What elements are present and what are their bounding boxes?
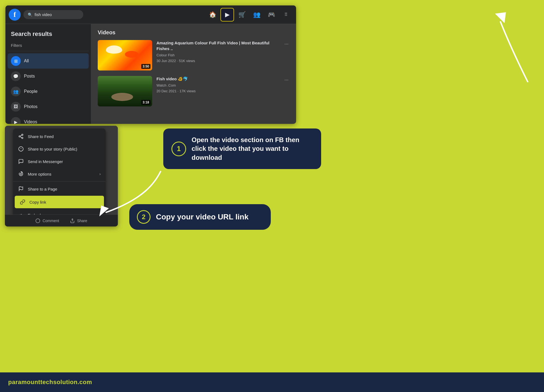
search-text: fish video — [35, 12, 52, 17]
share-feed-icon — [18, 133, 24, 139]
footer-website: paramounttechsolution.com — [8, 379, 92, 386]
sidebar-divider — [8, 51, 89, 51]
search-icon: 🔍 — [28, 13, 32, 17]
filter-posts-label: Posts — [24, 74, 35, 79]
fb-main-content: Search results Filters ⊞ All 💬 Posts 👥 P… — [5, 24, 296, 124]
video-date-views-2: 20 Dec 2021 · 17K views — [156, 88, 279, 94]
video-duration-2: 3:18 — [141, 100, 150, 105]
step-2-number: 2 — [142, 213, 145, 221]
instruction-box-1: 1 Open the video section on FB then clic… — [163, 128, 321, 169]
fb-nav-icons: 🏠 ▶ 🛒 👥 🎮 ⠿ — [206, 8, 293, 22]
copy-link-icon — [20, 199, 26, 205]
search-results-title: Search results — [8, 28, 89, 40]
svg-point-9 — [20, 173, 22, 175]
video-duration-1: 3:50 — [141, 64, 150, 69]
nav-marketplace-btn[interactable]: 🛒 — [235, 8, 249, 22]
menu-copy-link-label: Copy link — [29, 200, 46, 204]
video-channel-1: Colour Fish — [156, 53, 279, 58]
video-thumb-2: 3:18 — [98, 76, 152, 106]
svg-point-1 — [22, 134, 23, 136]
filter-posts-icon: 💬 — [11, 71, 21, 81]
filter-videos-label: Videos — [24, 120, 37, 124]
filter-people-label: People — [24, 89, 38, 94]
nav-gaming-btn[interactable]: 🎮 — [265, 8, 278, 22]
video-thumb-1: 3:50 — [98, 40, 152, 71]
video-title-2: Fish video 🐠🐬 — [156, 76, 279, 82]
filter-videos-icon: ▶ — [11, 117, 21, 124]
share-label: Share — [77, 219, 87, 223]
share-button[interactable]: Share — [70, 218, 87, 223]
step-1-number: 1 — [177, 145, 181, 153]
comment-label: Comment — [42, 219, 59, 223]
filter-photos-icon: 🖼 — [11, 102, 21, 112]
nav-watch-btn[interactable]: ▶ — [220, 8, 234, 22]
share-story-icon — [18, 146, 24, 152]
arrow-to-video-icon — [479, 5, 533, 93]
comment-button[interactable]: Comment — [35, 218, 59, 223]
instruction-1-text: Open the video section on FB then click … — [192, 136, 313, 162]
more-options-icon — [18, 171, 24, 177]
facebook-screenshot-top: f 🔍 fish video 🏠 ▶ 🛒 👥 🎮 ⠿ Search result… — [5, 5, 296, 124]
filter-all-label: All — [24, 59, 29, 63]
fb-logo-icon: f — [9, 9, 21, 21]
svg-point-3 — [22, 137, 23, 139]
filter-people[interactable]: 👥 People — [8, 84, 89, 99]
video-more-options-1[interactable]: ··· — [283, 40, 290, 48]
footer-bar: paramounttechsolution.com — [0, 372, 544, 392]
step-1-badge: 1 — [171, 142, 186, 156]
video-item-2[interactable]: 3:18 Fish video 🐠🐬 Watch .Com 20 Dec 202… — [98, 76, 290, 106]
video-more-options-2[interactable]: ··· — [283, 76, 290, 84]
fb-navbar: f 🔍 fish video 🏠 ▶ 🛒 👥 🎮 ⠿ — [5, 5, 296, 24]
svg-point-13 — [36, 219, 40, 223]
menu-share-feed[interactable]: Share to Feed — [13, 130, 106, 143]
fb-search-bar[interactable]: 🔍 fish video — [23, 10, 83, 19]
instruction-2-text: Copy your video URL link — [156, 213, 248, 221]
svg-line-5 — [20, 135, 22, 136]
fb-sidebar: Search results Filters ⊞ All 💬 Posts 👥 P… — [5, 24, 91, 124]
videos-section-title: Videos — [98, 29, 290, 36]
filter-photos[interactable]: 🖼 Photos — [8, 99, 89, 114]
filter-photos-label: Photos — [24, 104, 38, 109]
nav-people-btn[interactable]: 👥 — [250, 8, 263, 22]
instruction-box-2: 2 Copy your video URL link — [129, 204, 271, 230]
video-channel-2: Watch .Com — [156, 83, 279, 88]
nav-home-btn[interactable]: 🏠 — [206, 8, 219, 22]
fb-video-results: Videos 3:50 Amazing Aquarium Colour Full… — [91, 24, 296, 124]
filters-label: Filters — [8, 42, 89, 49]
filter-posts[interactable]: 💬 Posts — [8, 69, 89, 84]
filter-all-icon: ⊞ — [11, 56, 21, 66]
video-item-1[interactable]: 3:50 Amazing Aquarium Colour Full Fish V… — [98, 40, 290, 71]
video-date-views-1: 30 Jun 2022 · 51K views — [156, 58, 279, 64]
video-info-2: Fish video 🐠🐬 Watch .Com 20 Dec 2021 · 1… — [156, 76, 279, 94]
menu-send-messenger-label: Send in Messenger — [28, 159, 63, 164]
menu-share-page-label: Share to a Page — [28, 187, 57, 191]
share-page-icon — [18, 186, 24, 192]
filter-videos[interactable]: ▶ Videos — [8, 114, 89, 124]
nav-menu-btn[interactable]: ⠿ — [279, 8, 293, 22]
video-title-1: Amazing Aquarium Colour Full Fish Video … — [156, 40, 279, 51]
svg-line-4 — [20, 137, 22, 137]
menu-more-options-label: More options — [28, 172, 51, 176]
filter-people-icon: 👥 — [11, 87, 21, 96]
svg-marker-15 — [99, 206, 109, 216]
send-messenger-icon — [18, 158, 24, 164]
menu-share-feed-label: Share to Feed — [28, 134, 54, 139]
svg-point-2 — [19, 136, 20, 137]
step-2-badge: 2 — [137, 210, 150, 224]
menu-share-story-label: Share to your story (Public) — [28, 147, 77, 151]
menu-share-story[interactable]: Share to your story (Public) — [13, 143, 106, 155]
video-info-1: Amazing Aquarium Colour Full Fish Video … — [156, 40, 279, 64]
filter-all[interactable]: ⊞ All — [8, 53, 89, 69]
